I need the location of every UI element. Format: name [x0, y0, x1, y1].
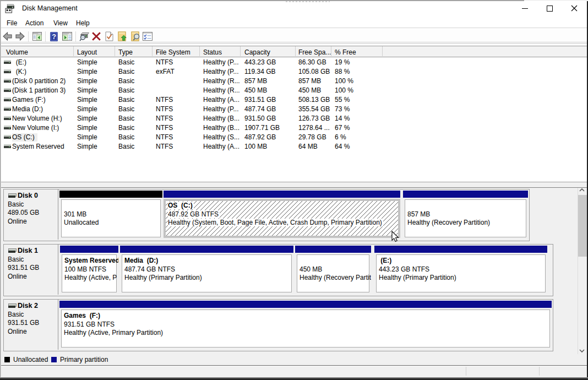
svg-text:?: ?: [52, 33, 56, 41]
